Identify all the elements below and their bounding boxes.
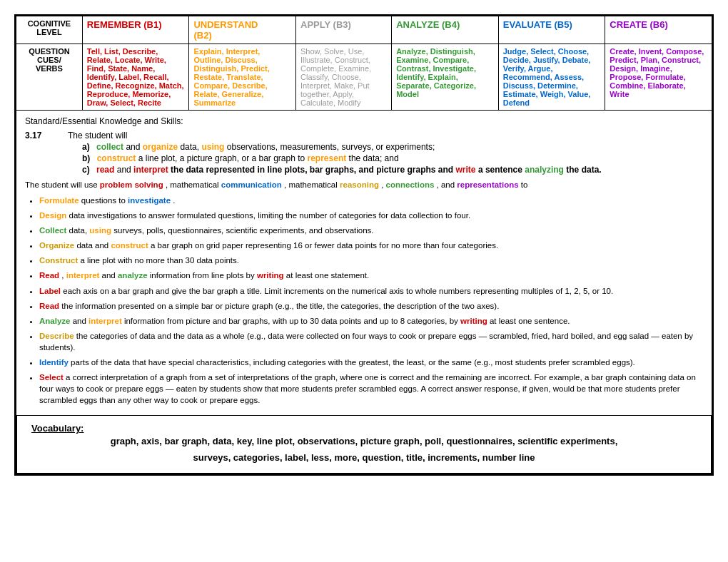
obj-a-organize: organize [143, 142, 178, 152]
b4-header: ANALYZE (B4) [396, 19, 460, 30]
b5-header-cell: EVALUATE (B5) [498, 16, 605, 44]
obj-a-collect: collect [96, 142, 123, 152]
comma4: , and [437, 180, 457, 189]
read-text2: and [102, 271, 118, 280]
b3-verbs-cell: Show, Solve, Use, Illustrate, Construct,… [296, 44, 392, 111]
b6-verbs-cell: Create, Invent, Compose, Predict, Plan, … [605, 44, 712, 111]
formulate-period: . [173, 196, 175, 205]
b2-header: UNDERSTAND(B2) [193, 19, 258, 41]
b4-verbs-cell: Analyze, Distinguish, Examine, Compare, … [392, 44, 499, 111]
b4-header-cell: ANALYZE (B4) [392, 16, 499, 44]
describe-text: the categories of data and the data as a… [39, 332, 693, 352]
content-area: Standard/Essential Knowledge and Skills:… [16, 111, 712, 416]
objective-a: a) collect and organize data, using obse… [82, 142, 703, 152]
obj-b-letter: b) [82, 153, 90, 163]
obj-c-and: and [117, 165, 133, 175]
read2-text: the information presented on a simple ba… [61, 302, 499, 310]
bullet-list: Formulate questions to investigate . Des… [39, 195, 703, 406]
bullet-construct: Construct a line plot with no more than … [39, 255, 703, 266]
organize-text1: data and [76, 241, 111, 250]
select-word: Select [39, 373, 64, 382]
objective-intro-row: 3.17 The student will [25, 131, 703, 140]
objective-c: c) read and interpret the data represent… [82, 165, 703, 175]
b1-header-cell: REMEMBER (B1) [82, 16, 189, 44]
bullet-describe: Describe the categories of data and the … [39, 330, 703, 353]
b2-verbs-cell: Explain, Interpret, Outline, Discuss, Di… [189, 44, 296, 111]
collect-word: Collect [39, 226, 66, 235]
b3-header: APPLY (B3) [300, 19, 351, 30]
obj-a-data: data, [180, 142, 201, 152]
formulate-text: questions to [81, 196, 128, 205]
select-text: a correct interpretation of a graph from… [39, 373, 696, 404]
analyze-text2: information from picture and bar graphs,… [124, 317, 460, 325]
organize-text2: a bar graph on grid paper representing 1… [151, 241, 498, 250]
b6-verbs: Create, Invent, Compose, Predict, Plan, … [610, 47, 704, 98]
obj-c-read: read [96, 165, 114, 175]
read-word2: Read [39, 302, 59, 310]
identify-text: parts of the data that have special char… [71, 358, 635, 367]
construct-text: a line plot with no more than 30 data po… [81, 256, 239, 265]
student-use-prefix: The student will use [25, 180, 100, 189]
obj-c-text3: the data. [566, 165, 601, 175]
student-use-line: The student will use problem solving , m… [25, 180, 703, 189]
interpret-word1: interpret [66, 271, 100, 280]
question-label: QUESTIONCUES/VERBS [29, 47, 69, 73]
main-container: COGNITIVELEVEL REMEMBER (B1) UNDERSTAND(… [14, 14, 714, 476]
design-word: Design [39, 211, 66, 220]
b2-verbs: Explain, Interpret, Outline, Discuss, Di… [193, 47, 269, 107]
read-text3: information from line plots by [150, 271, 257, 280]
bullet-read2: Read the information presented on a simp… [39, 300, 703, 312]
b5-verbs: Judge, Select, Choose, Decide, Justify, … [503, 47, 591, 107]
obj-c-letter: c) [82, 165, 90, 175]
obj-b-represent: represent [308, 153, 347, 163]
using-word: using [89, 226, 111, 235]
objective-b: b) construct a line plot, a picture grap… [82, 153, 703, 163]
obj-c-analyzing: analyzing [525, 165, 564, 175]
analyze-word1: analyze [118, 271, 148, 280]
b6-header-cell: CREATE (B6) [605, 16, 712, 44]
read-word1: Read [39, 271, 59, 280]
analyze-word2: Analyze [39, 317, 70, 325]
obj-c-text2: a sentence [478, 165, 525, 175]
design-text: data investigations to answer formulated… [69, 211, 471, 220]
cognitive-label: COGNITIVELEVEL [28, 19, 71, 36]
obj-a-and1: and [126, 142, 142, 152]
b5-header: EVALUATE (B5) [503, 19, 572, 30]
b3-header-cell: APPLY (B3) [296, 16, 392, 44]
obj-c-text1: the data represented in line plots, bar … [171, 165, 455, 175]
collect-text1: data, [69, 226, 90, 235]
obj-a-rest: observations, measurements, surveys, or … [227, 142, 435, 152]
comma2: , mathematical [284, 180, 340, 189]
to-suffix: to [521, 180, 528, 189]
comma1: , mathematical [166, 180, 221, 189]
collect-text2: surveys, polls, questionnaires, scientif… [113, 226, 373, 235]
obj-c-write: write [456, 165, 476, 175]
bullet-read: Read , interpret and analyze information… [39, 270, 703, 281]
label-text: each axis on a bar graph and give the ba… [63, 287, 613, 295]
bullet-analyze: Analyze and interpret information from p… [39, 315, 703, 327]
construct-word2: Construct [39, 256, 78, 265]
cognitive-level-header: COGNITIVELEVEL [16, 16, 83, 44]
obj-b-text1: a line plot, a picture graph, or a bar g… [138, 153, 308, 163]
identify-word: Identify [39, 358, 69, 367]
bullet-label: Label each axis on a bar graph and give … [39, 285, 703, 297]
obj-a-using: using [201, 142, 224, 152]
bullet-select: Select a correct interpretation of a gra… [39, 372, 703, 406]
vocab-words: graph, axis, bar graph, data, key, line … [31, 434, 697, 465]
bullet-collect: Collect data, using surveys, polls, ques… [39, 225, 703, 236]
problem-solving-term: problem solving [100, 180, 163, 189]
standard-intro: The student will [68, 131, 127, 140]
read-text4: at least one statement. [286, 271, 369, 280]
b4-verbs: Analyze, Distinguish, Examine, Compare, … [396, 47, 476, 98]
b6-header: CREATE (B6) [610, 19, 667, 30]
b5-verbs-cell: Judge, Select, Choose, Decide, Justify, … [498, 44, 605, 111]
connections-term: connections [386, 180, 435, 189]
representations-term: representations [457, 180, 518, 189]
bullet-formulate: Formulate questions to investigate . [39, 195, 703, 206]
writing-word1: writing [257, 271, 284, 280]
question-cues-label: QUESTIONCUES/VERBS [16, 44, 83, 111]
objectives-list: a) collect and organize data, using obse… [82, 142, 703, 175]
describe-word: Describe [39, 332, 74, 340]
objective-section: 3.17 The student will a) collect and org… [25, 131, 703, 175]
obj-a-letter: a) [82, 142, 90, 152]
